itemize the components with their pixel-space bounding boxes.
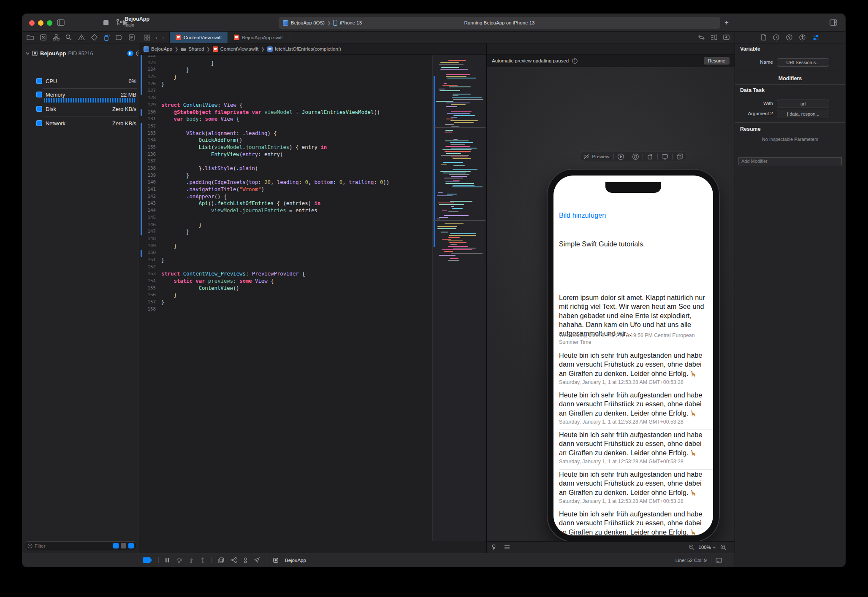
code-review-icon[interactable] bbox=[698, 35, 705, 40]
memory-graph-icon[interactable] bbox=[231, 557, 237, 563]
navigator-filter-field[interactable]: Filter bbox=[25, 541, 136, 550]
line-number[interactable]: 151 bbox=[139, 257, 161, 264]
adjust-editor-icon[interactable] bbox=[711, 35, 717, 40]
journal-entry-text[interactable]: Heute bin ich sehr früh aufgestanden und… bbox=[559, 510, 709, 535]
line-number[interactable]: 127 bbox=[139, 87, 161, 95]
scheme-name[interactable]: BejouApp (iOS) bbox=[291, 20, 325, 25]
line-number[interactable]: 133 bbox=[139, 130, 161, 137]
zoom-window-button[interactable] bbox=[47, 20, 52, 26]
zoom-level[interactable]: 100% bbox=[699, 545, 716, 550]
help-inspector-icon[interactable] bbox=[786, 34, 792, 41]
gauge-disk[interactable]: Disk Zero KB/s bbox=[36, 105, 136, 113]
breadcrumb-file[interactable]: ContentView.swift bbox=[213, 46, 259, 52]
line-number[interactable]: 141 bbox=[139, 186, 161, 193]
test-navigator-icon[interactable] bbox=[91, 34, 98, 41]
name-field[interactable]: URLSession.s... bbox=[777, 58, 829, 67]
line-number[interactable]: 155 bbox=[139, 285, 161, 292]
line-number[interactable]: 150 bbox=[139, 249, 161, 257]
minimize-window-button[interactable] bbox=[38, 20, 43, 26]
pause-process-icon[interactable] bbox=[127, 50, 133, 57]
accessibility-inspector-icon[interactable] bbox=[799, 34, 806, 41]
related-items-icon[interactable] bbox=[144, 35, 150, 41]
breakpoint-navigator-icon[interactable] bbox=[116, 35, 122, 41]
toggle-navigator-icon[interactable] bbox=[57, 19, 65, 26]
breakpoints-toggle-icon[interactable] bbox=[143, 557, 152, 563]
symbol-navigator-icon[interactable] bbox=[53, 34, 60, 41]
journal-entry-text[interactable]: Heute bin ich sehr früh aufgestanden und… bbox=[559, 430, 709, 457]
info-icon[interactable] bbox=[572, 58, 578, 64]
line-number[interactable]: 152 bbox=[139, 264, 161, 271]
line-number[interactable]: 139 bbox=[139, 172, 161, 179]
add-modifier-field[interactable]: Add Modifier bbox=[738, 157, 842, 165]
line-number[interactable]: 157 bbox=[139, 299, 161, 306]
close-window-button[interactable] bbox=[29, 20, 35, 26]
gauge-network[interactable]: Network Zero KB/s bbox=[36, 119, 136, 127]
line-number[interactable]: 140 bbox=[139, 179, 161, 186]
minimap[interactable] bbox=[432, 55, 486, 541]
journal-entry-text[interactable]: Heute bin ich sehr früh aufgestanden und… bbox=[559, 351, 709, 378]
attributes-inspector-icon[interactable] bbox=[812, 35, 819, 41]
zoom-out-icon[interactable] bbox=[689, 544, 694, 550]
pin-preview-icon[interactable] bbox=[491, 544, 496, 550]
line-number[interactable]: 153 bbox=[139, 270, 161, 278]
step-into-icon[interactable] bbox=[189, 557, 194, 563]
line-number[interactable]: 124 bbox=[139, 66, 161, 73]
line-number[interactable]: 136 bbox=[139, 151, 161, 158]
forward-button[interactable]: › bbox=[162, 34, 164, 41]
breadcrumb-group[interactable]: Shared bbox=[181, 46, 204, 51]
filter-toggle-icon[interactable] bbox=[113, 543, 119, 548]
issue-navigator-icon[interactable] bbox=[78, 34, 85, 41]
argument2-field[interactable]: { data, respon... bbox=[777, 110, 829, 118]
process-row[interactable]: BejouApp PID 85216 bbox=[26, 50, 93, 57]
journal-entry-text[interactable]: Lorem ipsum dolor sit amet. Klappt natür… bbox=[559, 293, 709, 338]
gauge-cpu[interactable]: CPU 0% bbox=[36, 77, 136, 85]
pause-execution-icon[interactable] bbox=[165, 557, 169, 563]
line-number[interactable]: 131 bbox=[139, 116, 161, 123]
find-navigator-icon[interactable] bbox=[65, 34, 72, 41]
disclosure-chevron-icon[interactable] bbox=[26, 52, 30, 55]
line-number[interactable]: 128 bbox=[139, 95, 161, 102]
tab-contentview[interactable]: ContentView.swift bbox=[170, 32, 228, 43]
history-inspector-icon[interactable] bbox=[773, 34, 779, 41]
zoom-in-icon[interactable] bbox=[720, 544, 726, 550]
breadcrumb-symbol[interactable]: MfetchListOfEntries(completion:) bbox=[267, 46, 341, 52]
line-number[interactable]: 158 bbox=[139, 306, 161, 313]
filter-toggle-icon[interactable] bbox=[121, 543, 126, 548]
project-navigator-icon[interactable] bbox=[27, 34, 34, 41]
stop-button[interactable] bbox=[103, 20, 108, 25]
add-editor-icon[interactable] bbox=[723, 35, 730, 40]
simulate-location-icon[interactable] bbox=[254, 557, 260, 563]
line-number[interactable]: 129 bbox=[139, 102, 161, 109]
environment-overrides-icon[interactable] bbox=[243, 557, 248, 563]
line-number[interactable]: 135 bbox=[139, 144, 161, 151]
resume-button[interactable]: Resume bbox=[704, 57, 730, 65]
preview-mode[interactable]: Preview bbox=[583, 154, 609, 159]
run-destination[interactable]: iPhone 13 bbox=[340, 20, 362, 25]
journal-entry-text[interactable]: Heute bin ich sehr früh aufgestanden und… bbox=[559, 391, 709, 418]
with-field[interactable]: url bbox=[777, 100, 829, 108]
file-inspector-icon[interactable] bbox=[761, 34, 766, 41]
line-number[interactable]: 134 bbox=[139, 137, 161, 144]
step-over-icon[interactable] bbox=[176, 557, 182, 563]
source-control-navigator-icon[interactable] bbox=[40, 34, 46, 41]
line-number[interactable]: 144 bbox=[139, 207, 161, 214]
device-settings-icon[interactable] bbox=[662, 154, 668, 159]
line-number[interactable]: 123 bbox=[139, 59, 161, 67]
line-number[interactable]: 125 bbox=[139, 73, 161, 81]
back-button[interactable]: ‹ bbox=[155, 34, 157, 41]
debugged-app-name[interactable]: BejouApp bbox=[285, 558, 306, 563]
line-number[interactable]: 146 bbox=[139, 222, 161, 229]
line-number[interactable]: 145 bbox=[139, 214, 161, 222]
add-button[interactable]: + bbox=[721, 17, 732, 28]
toggle-inspector-icon[interactable] bbox=[830, 19, 837, 26]
view-hierarchy-icon[interactable] bbox=[218, 557, 224, 563]
filter-toggle-icon[interactable] bbox=[128, 543, 134, 548]
orientation-icon[interactable] bbox=[647, 154, 653, 160]
line-number[interactable]: 126 bbox=[139, 81, 161, 88]
line-number[interactable]: 138 bbox=[139, 165, 161, 172]
line-number[interactable]: 142 bbox=[139, 193, 161, 200]
line-number[interactable]: 122 bbox=[139, 55, 161, 59]
line-number[interactable]: 156 bbox=[139, 292, 161, 299]
gauge-memory[interactable]: Memory 22 MB bbox=[36, 90, 136, 99]
tab-bejouappapp[interactable]: BejouAppApp.swift bbox=[228, 32, 289, 43]
